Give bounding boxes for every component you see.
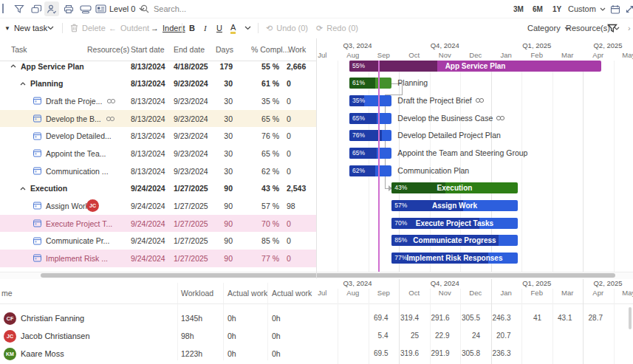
work-cell[interactable]: 0 — [287, 162, 315, 180]
pct-cell[interactable]: 35 % — [244, 92, 279, 110]
start-cell[interactable]: 8/13/2024 — [131, 61, 171, 75]
start-cell[interactable]: 9/24/2024 — [131, 197, 171, 215]
actual-work-cell[interactable]: 0h — [227, 345, 236, 363]
pct-cell[interactable]: 62 % — [244, 162, 279, 180]
new-task-button[interactable]: ▼ New task — [4, 18, 47, 38]
search-input[interactable]: Search... — [140, 1, 186, 16]
workload-cell[interactable]: 1223h — [181, 345, 202, 363]
workload-cell[interactable]: 1345h — [181, 309, 202, 327]
days-cell[interactable]: 179 — [205, 61, 233, 75]
start-cell[interactable]: 9/24/2024 — [131, 250, 171, 267]
start-cell[interactable]: 8/13/2024 — [131, 162, 171, 180]
fit-view-icon[interactable] — [622, 1, 633, 16]
calendar-icon[interactable] — [608, 1, 623, 16]
pct-cell[interactable]: 77 % — [244, 250, 279, 267]
pct-cell[interactable]: 55 % — [244, 61, 279, 75]
start-cell[interactable]: 8/13/2024 — [131, 110, 171, 128]
workload-cell[interactable]: 98h — [181, 327, 194, 345]
italic-button[interactable]: I — [204, 18, 207, 38]
task-row[interactable]: Communication ...8/13/20249/23/20243062 … — [0, 162, 316, 180]
undo-button[interactable]: ⟲ Undo (0) — [266, 18, 308, 38]
start-cell[interactable]: 8/13/2024 — [131, 127, 171, 145]
actual-work-cell[interactable]: 0h — [227, 327, 236, 345]
start-cell[interactable]: 8/13/2024 — [131, 92, 171, 110]
pct-cell[interactable]: 76 % — [244, 127, 279, 145]
days-cell[interactable]: 30 — [205, 110, 233, 128]
days-cell[interactable]: 90 — [205, 197, 233, 215]
days-cell[interactable]: 90 — [205, 215, 233, 233]
collapse-chevron-icon[interactable] — [20, 187, 26, 190]
category-dropdown[interactable]: Category — [527, 18, 570, 38]
work-cell[interactable]: 0 — [287, 215, 315, 233]
work-cell[interactable]: 0 — [287, 75, 315, 92]
filter-icon[interactable] — [12, 1, 27, 16]
col-header-resources[interactable]: Resource(s) — [87, 45, 129, 54]
work-cell[interactable]: 0 — [287, 110, 315, 128]
pct-cell[interactable]: 85 % — [244, 232, 279, 250]
work-cell[interactable]: 0 — [287, 145, 315, 162]
redo-button[interactable]: ⟳ Redo (0) — [316, 18, 358, 38]
task-row[interactable]: Execute Project T...9/24/20241/27/202590… — [0, 215, 316, 233]
days-cell[interactable]: 30 — [205, 92, 233, 110]
share-icon[interactable] — [29, 1, 44, 16]
actual-work-cell[interactable]: 0h — [272, 309, 281, 327]
resource-avatar[interactable]: JC — [4, 330, 16, 343]
col-header-start-date[interactable]: Start date — [131, 45, 165, 54]
range-6m-button[interactable]: 6M — [530, 1, 545, 16]
delete-button[interactable]: Delete — [70, 18, 106, 38]
horizontal-scrollbar-thumb[interactable] — [41, 273, 615, 278]
col-header-workload[interactable]: Workload — [181, 289, 213, 298]
gantt-bar[interactable]: 65% — [349, 148, 391, 159]
gantt-bar[interactable]: 70%Execute Project Tasks — [391, 218, 517, 229]
gantt-bar[interactable]: 35% — [349, 95, 391, 106]
assign-person-icon[interactable] — [44, 1, 59, 16]
clipped-toolbar-icon[interactable] — [0, 4, 4, 13]
resource-avatar[interactable]: KM — [4, 348, 16, 360]
task-row[interactable]: Appoint the Tea...8/13/20249/23/20243065… — [0, 145, 316, 162]
pct-cell[interactable]: 57 % — [244, 197, 279, 215]
resource-name[interactable]: Christian Fanning — [21, 309, 84, 327]
work-cell[interactable]: 0 — [287, 232, 315, 250]
work-cell[interactable]: 98 — [287, 197, 315, 215]
bold-button[interactable]: B — [189, 18, 195, 38]
days-cell[interactable]: 90 — [205, 250, 233, 267]
grid-gantt-splitter[interactable] — [316, 38, 317, 278]
font-color-dropdown[interactable] — [244, 18, 251, 38]
export-icon[interactable] — [78, 1, 93, 16]
gantt-bar[interactable]: 57%Assign Work — [391, 200, 517, 211]
work-cell[interactable]: 2,543 — [287, 179, 315, 197]
gantt-bar[interactable]: 62% — [349, 165, 391, 176]
start-cell[interactable]: 8/13/2024 — [131, 75, 171, 92]
actual-work-cell[interactable]: 0h — [227, 309, 236, 327]
col-header-pct[interactable]: % Compl... — [251, 45, 289, 54]
collapse-chevron-icon[interactable] — [20, 82, 26, 86]
col-header-work[interactable]: Work — [288, 45, 306, 54]
actual-work-cell[interactable]: 0h — [272, 327, 281, 345]
resource-avatar[interactable]: JC — [86, 199, 99, 212]
pct-cell[interactable]: 65 % — [244, 110, 279, 128]
print-icon[interactable] — [61, 1, 76, 16]
gantt-bar[interactable]: 65% — [349, 113, 391, 124]
days-cell[interactable]: 30 — [205, 75, 233, 92]
gantt-bar[interactable]: 55%App Service Plan — [349, 61, 601, 72]
pct-cell[interactable]: 70 % — [244, 215, 279, 233]
days-cell[interactable]: 30 — [205, 145, 233, 162]
gantt-bar[interactable]: 76% — [349, 130, 391, 141]
task-row[interactable]: Develop Detailed...8/13/20249/23/2024307… — [0, 127, 316, 145]
work-cell[interactable]: 0 — [287, 92, 315, 110]
work-cell[interactable]: 2,666 — [287, 61, 315, 75]
new-task-dropdown[interactable] — [47, 18, 54, 38]
task-row[interactable]: Draft the Proje...8/13/20249/23/20243035… — [0, 92, 316, 110]
indent-button[interactable]: → Indent — [151, 18, 185, 38]
pct-cell[interactable]: 61 % — [244, 75, 279, 92]
col-header-end-date[interactable]: End date — [174, 45, 205, 54]
start-cell[interactable]: 9/24/2024 — [131, 215, 171, 233]
range-1y-button[interactable]: 1Y — [550, 1, 564, 16]
outdent-button[interactable]: ← Outdent — [109, 18, 149, 38]
range-3m-button[interactable]: 3M — [511, 1, 526, 16]
col-header-task[interactable]: Task — [11, 45, 27, 54]
start-cell[interactable]: 9/24/2024 — [131, 179, 171, 197]
font-color-button[interactable]: A — [230, 18, 236, 38]
work-cell[interactable]: 0 — [287, 250, 315, 267]
days-cell[interactable]: 90 — [205, 179, 233, 197]
